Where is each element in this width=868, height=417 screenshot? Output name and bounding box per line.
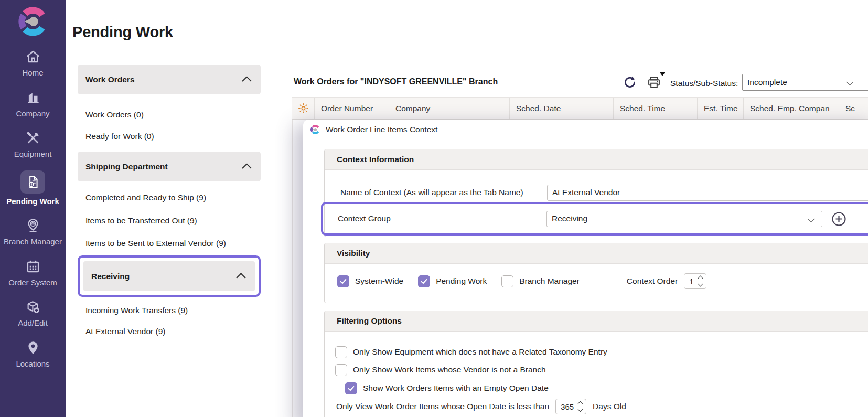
empty-open-date-checkbox[interactable]	[345, 382, 357, 394]
branch-manager-checkbox[interactable]	[501, 275, 513, 287]
sidebar-item-branch-manager[interactable]: Branch Manager	[0, 217, 66, 247]
column-header-sched-date[interactable]: Sched. Date	[510, 98, 614, 119]
company-icon	[25, 89, 41, 106]
column-header-sched-time[interactable]: Sched. Time	[614, 98, 698, 119]
chevron-up-icon	[242, 76, 251, 85]
sidebar-item-label: Add/Edit	[16, 318, 50, 328]
name-of-context-value: At External Vendor	[552, 188, 620, 197]
checkbox-label: System-Wide	[355, 276, 403, 286]
sidebar-item-label: Locations	[14, 359, 51, 369]
sidebar-item-company[interactable]: Company	[0, 89, 66, 119]
section-header-work-orders[interactable]: Work Orders	[78, 65, 261, 94]
sidebar-item-order-system[interactable]: Order System	[0, 258, 66, 288]
chevron-up-icon	[242, 163, 251, 173]
panel-item-incoming-work-transfers[interactable]: Incoming Work Transfers (9)	[78, 304, 261, 316]
panel-item-at-external-vendor[interactable]: At External Vendor (9)	[78, 325, 261, 337]
pending-work-icon	[20, 170, 45, 194]
context-information-header: Context Information	[325, 149, 868, 170]
spinner-down-icon[interactable]	[698, 282, 703, 287]
name-of-context-row: Name of Context (As will appear as the T…	[340, 183, 868, 202]
column-header-company[interactable]: Company	[389, 98, 510, 119]
filtering-options-group: Filtering Options Only Show Equipment wh…	[324, 311, 868, 417]
name-of-context-input[interactable]: At External Vendor	[547, 185, 868, 201]
column-header-est-time[interactable]: Est. Time	[698, 98, 744, 119]
column-header-sched-emp-company[interactable]: Sched. Emp. Compan	[744, 98, 839, 119]
status-substatus-select[interactable]: Incomplete	[742, 74, 868, 91]
table-row-marker-header[interactable]	[292, 98, 315, 119]
filter-empty-open-date-row: Show Work Orders Items with an Empty Ope…	[345, 382, 868, 394]
panel-item-items-sent-external-vendor[interactable]: Items to be Sent to External Vendor (9)	[78, 237, 261, 249]
system-wide-checkbox[interactable]	[337, 275, 349, 287]
order-system-icon	[25, 258, 41, 275]
days-old-prefix-label: Only View Work Order Items whose Open Da…	[336, 402, 549, 411]
dialog-title: Work Order Line Items Context	[326, 125, 437, 134]
sidebar-item-label: Order System	[6, 277, 59, 288]
printer-icon[interactable]	[647, 75, 661, 90]
context-order-label: Context Order	[627, 276, 678, 286]
sidebar-item-locations[interactable]: Locations	[0, 339, 66, 369]
filter-taxonomy-row: Only Show Equipment which does not have …	[335, 346, 868, 358]
visibility-options-row: System-Wide Pending Work Branch Manager …	[337, 275, 868, 287]
app-logo-icon	[17, 5, 49, 38]
checkbox-label: Show Work Orders Items with an Empty Ope…	[363, 383, 549, 393]
add-context-group-button[interactable]	[831, 211, 847, 227]
home-icon	[25, 48, 41, 65]
group-title: Context Information	[337, 155, 414, 164]
status-substatus-label: Status/Sub-Status:	[670, 79, 738, 88]
name-of-context-label: Name of Context (As will appear as the T…	[340, 188, 547, 197]
panel-item-completed-ready-to-ship[interactable]: Completed and Ready to Ship (9)	[78, 191, 261, 204]
equipment-icon	[25, 130, 41, 146]
visibility-group: Visibility System-Wide Pending Work Bran…	[324, 243, 868, 303]
sidebar-item-add-edit[interactable]: Add/Edit	[0, 298, 66, 328]
context-order-value: 1	[689, 277, 693, 286]
taxonomy-checkbox[interactable]	[335, 346, 347, 358]
visibility-header: Visibility	[325, 243, 868, 264]
column-header-truncated[interactable]: Sc	[839, 98, 868, 119]
system-wide-checkbox-item: System-Wide	[337, 275, 403, 287]
receiving-section-highlight: Receiving	[78, 255, 261, 297]
printer-dropdown-caret-icon[interactable]	[660, 72, 665, 76]
sidebar-item-pending-work[interactable]: Pending Work	[0, 170, 66, 207]
chevron-down-icon	[808, 216, 815, 222]
section-header-receiving[interactable]: Receiving	[83, 261, 255, 291]
sidebar-item-label: Equipment	[12, 149, 54, 159]
vendor-not-branch-checkbox-item: Only Show Work Items whose Vendor is not…	[335, 364, 546, 376]
refresh-icon[interactable]	[623, 76, 637, 89]
section-title: Shipping Department	[85, 162, 168, 172]
pending-work-nav-panel: Work Orders Work Orders (0) Ready for Wo…	[78, 65, 261, 337]
group-title: Filtering Options	[337, 316, 402, 326]
panel-item-items-transferred-out[interactable]: Items to be Transferred Out (9)	[78, 215, 261, 227]
work-orders-table-header: Order Number Company Sched. Date Sched. …	[292, 97, 868, 120]
context-group-value: Receiving	[552, 214, 587, 223]
taxonomy-checkbox-item: Only Show Equipment which does not have …	[335, 346, 607, 358]
filter-vendor-not-branch-row: Only Show Work Items whose Vendor is not…	[335, 363, 868, 376]
panel-item-work-orders[interactable]: Work Orders (0)	[78, 109, 261, 121]
spinner-up-icon[interactable]	[698, 276, 703, 281]
section-header-shipping-department[interactable]: Shipping Department	[78, 152, 261, 181]
spinner-down-icon[interactable]	[578, 407, 583, 412]
sidebar-item-label: Pending Work	[4, 196, 61, 207]
days-old-suffix-label: Days Old	[593, 402, 626, 411]
section-title: Work Orders	[85, 75, 135, 84]
branch-work-orders-heading: Work Orders for "INDYSOFT GREENVILLE" Br…	[294, 77, 498, 87]
checkbox-label: Only Show Equipment which does not have …	[353, 347, 607, 357]
page-title: Pending Work	[72, 24, 173, 41]
context-order-spinner[interactable]: 1	[684, 273, 706, 289]
vendor-not-branch-checkbox[interactable]	[335, 364, 347, 376]
context-group-select[interactable]: Receiving	[546, 211, 822, 227]
sidebar-item-label: Branch Manager	[2, 237, 64, 247]
branch-manager-checkbox-item: Branch Manager	[501, 275, 580, 287]
panel-item-ready-for-work[interactable]: Ready for Work (0)	[78, 130, 261, 142]
column-header-order-number[interactable]: Order Number	[315, 98, 389, 119]
spinner-up-icon[interactable]	[578, 401, 583, 407]
sidebar-item-equipment[interactable]: Equipment	[0, 130, 66, 159]
filter-days-old-row: Only View Work Order Items whose Open Da…	[336, 400, 868, 413]
filtering-options-header: Filtering Options	[325, 311, 868, 332]
group-title: Visibility	[337, 249, 370, 258]
work-order-line-items-context-dialog: Work Order Line Items Context Context In…	[303, 120, 868, 417]
pending-work-checkbox[interactable]	[418, 275, 430, 287]
pending-work-checkbox-item: Pending Work	[418, 275, 487, 287]
sidebar-item-label: Home	[20, 68, 45, 78]
days-old-spinner[interactable]: 365	[555, 399, 586, 414]
sidebar-item-home[interactable]: Home	[0, 48, 66, 78]
